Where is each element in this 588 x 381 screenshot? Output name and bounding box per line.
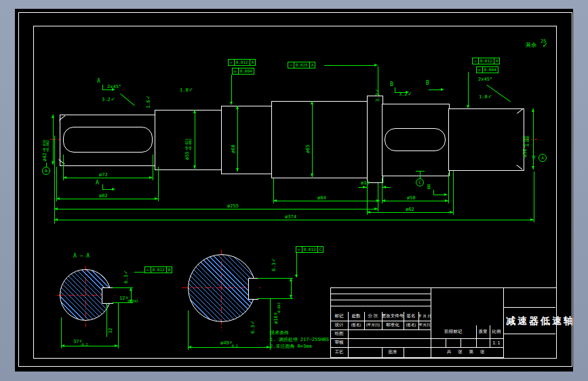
dim-line xyxy=(195,110,195,169)
title-block-cell: 标记 xyxy=(330,312,349,321)
extension-line xyxy=(367,183,368,215)
title-block-cell: 分 区 xyxy=(364,312,383,321)
datum-c: C xyxy=(416,178,424,186)
dim-line xyxy=(533,108,534,169)
section-a-title: A — A xyxy=(73,254,90,259)
title-block-cell xyxy=(348,329,431,339)
section-b-keyway xyxy=(248,278,258,300)
surface-roughness: 3.2✓ xyxy=(399,91,412,97)
dim-line xyxy=(273,201,380,201)
gdt-leader xyxy=(324,65,376,66)
dim-arrow-icon xyxy=(188,346,191,348)
dim-line xyxy=(237,106,238,172)
datum-leader xyxy=(420,171,420,178)
extension-line xyxy=(56,167,57,201)
section-label-b: B xyxy=(427,185,431,190)
dim-arrow-icon xyxy=(115,344,118,347)
section-arrow-icon xyxy=(441,88,444,91)
dim-line xyxy=(367,212,453,213)
roughness-check-icon: ✓ xyxy=(374,89,380,92)
roughness-check-icon: ✓ xyxy=(189,86,193,93)
extension-line xyxy=(378,183,378,212)
section-arrow-icon xyxy=(112,188,115,190)
runout-icon: ↗ xyxy=(288,62,294,68)
dim-line xyxy=(312,101,313,177)
chamfer-dim: 2x45° xyxy=(478,77,492,82)
gdt-leader xyxy=(296,252,297,277)
tech-note-line: 1. 调质处理 217~255HBS xyxy=(270,337,329,342)
scale-value: 1: 1 xyxy=(490,338,504,348)
symmetry-icon: ÷ xyxy=(145,267,151,273)
dim-arrow-icon xyxy=(532,166,534,169)
title-block-grid xyxy=(330,300,431,300)
dim-arrow-icon xyxy=(445,199,448,202)
title-block-cell: 比例 xyxy=(490,325,504,339)
section-b-circle xyxy=(188,254,256,322)
roughness-check-icon: ✓ xyxy=(488,93,492,100)
shaft-collar xyxy=(367,96,383,183)
dim-arrow-icon xyxy=(149,176,153,179)
surface-roughness: 6.3✓ xyxy=(271,258,277,271)
gdt-frame-symmetry-a: ÷0.012B xyxy=(144,266,172,273)
title-block-cell xyxy=(348,347,383,358)
dim-arrow-icon xyxy=(374,207,378,210)
extension-line xyxy=(54,136,55,224)
length-dim: ø62 xyxy=(406,207,414,212)
dim-arrow-icon xyxy=(382,199,385,202)
keyway-width-dim: ø160-0.043 xyxy=(273,302,281,324)
keyway-right xyxy=(385,128,446,151)
extension-line xyxy=(258,278,293,279)
surface-roughness: 3.2✓ xyxy=(102,96,115,102)
dim-arrow-icon xyxy=(193,110,196,113)
dim-arrow-icon xyxy=(236,168,239,172)
keyway-side-dim: 12 xyxy=(108,328,113,334)
keyway-left xyxy=(63,127,153,153)
general-roughness-label: 其余 xyxy=(526,43,536,48)
gdt-leader xyxy=(231,75,232,102)
length-dim: ø72 xyxy=(99,172,108,178)
surface-roughness: 1.6✓ xyxy=(145,96,151,108)
title-block-cell xyxy=(348,338,431,348)
sheet-count: 共 张 第 张 xyxy=(431,347,504,358)
gdt-leader xyxy=(468,72,469,107)
dim-arrow-icon xyxy=(290,278,292,281)
extension-line xyxy=(258,298,293,299)
keyway-width-dim: 120-0.043 xyxy=(119,296,138,303)
dim-arrow-icon xyxy=(130,287,132,291)
datum-a: A xyxy=(538,154,547,162)
title-block-cell xyxy=(404,347,431,358)
dim-arrow-icon xyxy=(63,176,66,179)
title-block-grid xyxy=(503,334,555,334)
title-block-cell: (年月日) xyxy=(418,321,431,330)
extension-line xyxy=(534,172,534,222)
cad-viewport: 其余 25 ✓ ↗0.012A ◎0.004 ↗0.025A ↗0.012A ◎… xyxy=(0,0,588,381)
dim-line xyxy=(53,115,54,165)
title-block-cell xyxy=(460,338,477,348)
extension-line xyxy=(118,303,119,348)
title-block-cell: 签名 xyxy=(404,312,419,321)
title-block-cell xyxy=(446,338,461,348)
dim-line xyxy=(63,178,153,178)
gdt-frame-runout-right: ↗0.012A xyxy=(472,58,500,64)
datum-b: B xyxy=(42,167,50,175)
title-block-cell: 更改文件号 xyxy=(382,312,404,321)
leader-arrow-icon xyxy=(230,102,233,105)
dim-line xyxy=(54,209,378,209)
gdt-frame-symmetry-b: ÷0.012C xyxy=(296,246,324,253)
title-block-cell: 绘图 xyxy=(330,329,349,339)
roughness-check-icon: ✓ xyxy=(543,42,547,47)
title-block-grid xyxy=(330,294,431,294)
dim-arrow-icon xyxy=(363,186,366,188)
diameter-dim: ø50+0.008-0.008 xyxy=(522,136,530,157)
surface-roughness: 6.3✓ xyxy=(123,270,129,283)
title-block-cell: (签名) xyxy=(348,321,365,330)
leader-arrow-icon xyxy=(467,105,469,108)
length-dim: ø255 xyxy=(227,203,239,209)
extension-line xyxy=(158,167,159,201)
dim-arrow-icon xyxy=(273,199,277,202)
title-block-cell: (年月日) xyxy=(364,321,383,330)
dim-line xyxy=(382,201,448,201)
leader-arrow-icon xyxy=(295,275,298,278)
dim-arrow-icon xyxy=(56,197,60,200)
title-block-cell: 工艺 xyxy=(330,347,349,358)
